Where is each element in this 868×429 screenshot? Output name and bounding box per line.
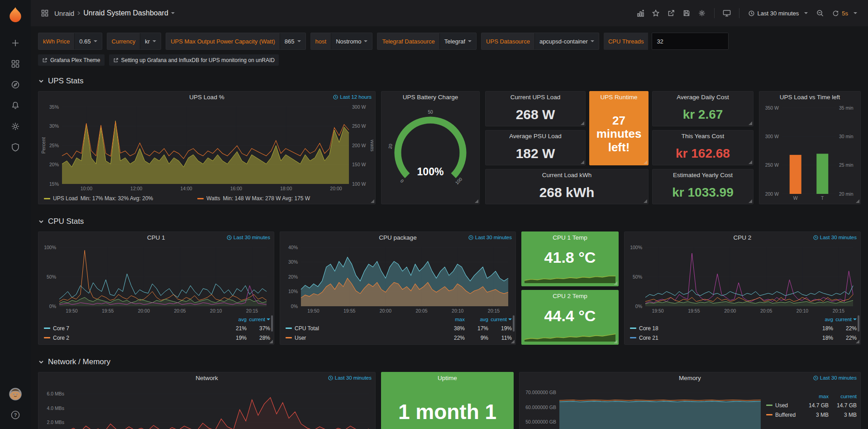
svg-text:6.0 MBs: 6.0 MBs [47, 391, 64, 396]
variable-telegraf-datasource[interactable]: Telegraf Datasource Telegraf [377, 33, 477, 50]
server-admin-shield-icon[interactable] [0, 137, 31, 158]
svg-text:19:55: 19:55 [688, 308, 700, 313]
panel-title[interactable]: Average PSU Load [486, 130, 585, 142]
dashboards-icon[interactable] [0, 53, 31, 74]
legend-col-avg[interactable]: avg [465, 317, 488, 322]
stat-value: 268 W [486, 103, 585, 126]
legend-row[interactable]: Core 7 21% 37% [44, 323, 270, 333]
dashboard-caret-icon[interactable] [171, 12, 175, 14]
section-ups-stats[interactable]: UPS Stats [38, 75, 861, 87]
panel-title[interactable]: UPS Load % [38, 92, 375, 103]
dashboard-link[interactable]: Grafana Plex Theme [38, 54, 105, 66]
legend-col-current[interactable]: current [829, 394, 857, 399]
panel-title[interactable]: Memory [520, 372, 860, 384]
dashboard-link[interactable]: Setting up Grafana and InfluxDB for UPS … [109, 54, 279, 66]
apps-grid-icon[interactable] [38, 6, 52, 20]
panel-title[interactable]: This Years Cost [653, 130, 753, 142]
legend-row[interactable]: Used 14.7 GB 14.7 GB [766, 400, 857, 410]
create-plus-icon[interactable] [0, 33, 31, 53]
svg-text:35 min: 35 min [839, 105, 854, 111]
configuration-gear-icon[interactable] [0, 116, 31, 137]
legend-row[interactable]: Buffered 3 MB 3 MB [766, 410, 857, 419]
explore-compass-icon[interactable] [0, 74, 31, 95]
clock-icon [468, 235, 473, 240]
zoom-out-icon[interactable] [813, 6, 827, 20]
legend-row[interactable]: Core 18 18% 22% [630, 323, 857, 333]
legend-item[interactable]: Watts Min: 148 W Max: 278 W Avg: 175 W [197, 195, 351, 202]
panel-this-years-cost: This Years Cost kr 162.68 [652, 130, 754, 165]
variable-value[interactable]: 865 [280, 33, 305, 49]
panel-title[interactable]: CPU 2 Temp [522, 290, 618, 302]
breadcrumb-root[interactable]: Unraid [54, 10, 74, 17]
settings-gear-icon[interactable] [695, 6, 709, 20]
time-range-picker[interactable]: Last 30 minutes [745, 7, 811, 19]
panel-title[interactable]: Current Load kWh [486, 169, 648, 181]
panel-time-override[interactable]: Last 30 minutes [813, 235, 857, 240]
cpu-package-chart[interactable]: 0%10%20%30%40%19:5019:5520:0020:0520:102… [282, 244, 514, 314]
panel-title[interactable]: UPS Battery Charge [382, 92, 479, 103]
panel-title[interactable]: Network [38, 372, 375, 384]
battery-gauge[interactable]: 02050100100% [382, 103, 479, 204]
legend-row[interactable]: Core 2 19% 28% [44, 333, 270, 342]
add-panel-icon[interactable] [634, 6, 647, 20]
variable-value[interactable]: Telegraf [440, 33, 476, 49]
variable-ups-max-output[interactable]: UPS Max Output Power Capacity (Watt) 865 [166, 33, 305, 50]
legend-col-current[interactable]: current [488, 317, 512, 322]
svg-text:60.000000 GB: 60.000000 GB [525, 405, 556, 410]
variable-currency[interactable]: Currency kr [107, 33, 162, 50]
stat-value: 182 W [486, 142, 585, 165]
section-network-memory[interactable]: Network / Memory [38, 356, 861, 368]
user-avatar[interactable] [0, 384, 31, 405]
save-icon[interactable] [680, 6, 693, 20]
panel-cpu-package: CPU package Last 30 minutes 0%10%20%30%4… [280, 231, 516, 345]
legend-item[interactable]: UPS Load Min: 17% Max: 32% Avg: 20% [44, 195, 197, 202]
cycle-view-monitor-icon[interactable] [720, 6, 734, 20]
panel-time-override[interactable]: Last 30 minutes [468, 235, 512, 240]
variable-value[interactable]: apcupsd-container [535, 33, 599, 49]
cpu2-chart[interactable]: 0%50%100%19:5019:5520:0020:0520:1020:15 [626, 244, 858, 314]
legend-col-max[interactable]: max [441, 317, 465, 322]
ups-load-chart[interactable]: 15%20%25%30%35%100 W150 W200 W250 W300 W… [40, 103, 373, 192]
legend-col-current[interactable]: current [247, 317, 270, 322]
dashboard-title[interactable]: Unraid System Dashboard [83, 9, 168, 17]
panel-title[interactable]: Estimated Yearly Cost [653, 169, 753, 181]
cpu-threads-input[interactable] [652, 33, 729, 50]
panel-title[interactable]: CPU 1 Temp [522, 232, 618, 244]
variable-value[interactable]: Nostromo [331, 33, 372, 49]
section-cpu-stats[interactable]: CPU Stats [38, 215, 861, 228]
panel-title[interactable]: Uptime [382, 372, 513, 384]
panel-time-override[interactable]: Last 30 minutes [813, 375, 857, 381]
star-icon[interactable] [649, 6, 663, 20]
legend-col-avg[interactable]: avg [223, 317, 247, 322]
network-chart[interactable]: 2.0 MBs4.0 MBs6.0 MBs [40, 384, 373, 429]
legend-col-max[interactable]: max [801, 394, 829, 399]
panel-title[interactable]: UPS Runtime [590, 92, 648, 103]
legend-row[interactable]: User 22% 9% 11% [286, 333, 512, 342]
refresh-picker[interactable]: 5s [829, 7, 861, 19]
grafana-logo[interactable] [5, 5, 25, 24]
ups-bar-chart[interactable]: 200 W250 W300 W350 W20 min25 min30 min35… [761, 103, 858, 202]
alerting-bell-icon[interactable] [0, 95, 31, 116]
memory-chart[interactable]: 50.000000 GB60.000000 GB70.000000 GB [521, 384, 764, 429]
legend-scrollbar[interactable] [513, 315, 515, 332]
legend-scrollbar[interactable] [858, 315, 859, 332]
variable-kwh-price[interactable]: kWh Price 0.65 [38, 33, 102, 50]
panel-time-override[interactable]: Last 12 hours [333, 94, 372, 100]
help-icon[interactable]: ? [0, 405, 31, 425]
panel-time-override[interactable]: Last 30 minutes [227, 235, 270, 240]
variable-ups-datasource[interactable]: UPS Datasource apcupsd-container [481, 33, 599, 50]
legend-scrollbar[interactable] [271, 315, 273, 332]
variable-host[interactable]: host Nostromo [310, 33, 373, 50]
legend-row[interactable]: Core 21 18% 22% [630, 333, 857, 342]
variable-value[interactable]: kr [140, 33, 161, 49]
panel-time-override[interactable]: Last 30 minutes [328, 375, 372, 381]
variable-value[interactable]: 0.65 [75, 33, 101, 49]
legend-col-avg[interactable]: avg [810, 317, 833, 322]
cpu1-chart[interactable]: 0%50%100%19:5019:5520:0020:0520:1020:15 [40, 244, 272, 314]
legend-col-current[interactable]: current [833, 317, 857, 322]
legend-row[interactable]: CPU Total 38% 17% 19% [286, 323, 512, 333]
panel-title[interactable]: UPS Load vs Time left [759, 92, 860, 103]
panel-title[interactable]: Current UPS Load [486, 92, 585, 103]
panel-title[interactable]: Average Daily Cost [653, 92, 753, 103]
share-icon[interactable] [664, 6, 678, 20]
